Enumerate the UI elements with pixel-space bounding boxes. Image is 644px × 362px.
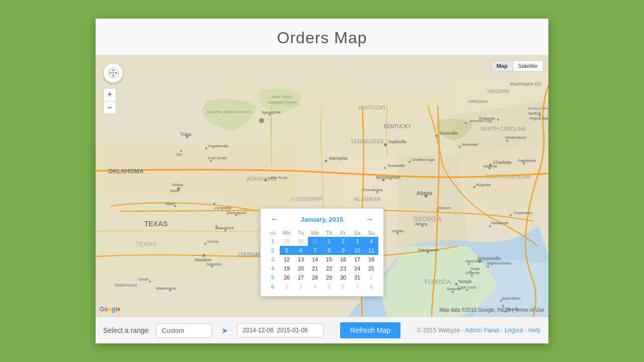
svg-point-41 (205, 147, 207, 149)
calendar-day[interactable]: 3 (350, 237, 364, 246)
calendar-day[interactable]: 4 (364, 237, 378, 246)
svg-point-24 (465, 122, 467, 124)
calendar-day[interactable]: 9 (336, 246, 350, 255)
calendar-day[interactable]: 12 (280, 255, 294, 264)
svg-text:KENTUCKY: KENTUCKY (384, 124, 412, 129)
calendar-day[interactable]: 26 (280, 273, 294, 282)
calendar-day[interactable]: 7 (350, 282, 364, 291)
svg-text:Memphis: Memphis (329, 156, 348, 161)
calendar-day[interactable]: 27 (294, 273, 308, 282)
svg-text:Fayetteville: Fayetteville (208, 144, 229, 148)
map-type-satellite-button[interactable]: Satellite (513, 61, 543, 71)
calendar-week-num: 5 (266, 273, 280, 282)
map-zoom-controls: + − (103, 88, 116, 114)
calendar-day[interactable]: 4 (308, 282, 322, 291)
svg-text:Mark Twain: Mark Twain (272, 95, 292, 99)
zoom-in-button[interactable]: + (103, 88, 116, 101)
cal-header-we: We (308, 229, 322, 237)
svg-text:VIRGINIA: VIRGINIA (468, 99, 488, 104)
svg-text:Charleston: Charleston (513, 211, 533, 215)
calendar-day[interactable]: 21 (308, 264, 322, 273)
svg-marker-142 (109, 71, 111, 74)
svg-marker-140 (112, 69, 115, 71)
calendar-day[interactable]: 7 (308, 246, 322, 255)
calendar-day[interactable]: 20 (294, 264, 308, 273)
calendar-day[interactable]: 29 (280, 237, 294, 246)
calendar-day[interactable]: 2 (280, 282, 294, 291)
calendar-day[interactable]: 6 (294, 246, 308, 255)
calendar-day[interactable]: 11 (364, 246, 378, 255)
calendar-day[interactable]: 6 (336, 282, 350, 291)
help-link[interactable]: Help (528, 327, 541, 334)
svg-text:Boca Raton: Boca Raton (502, 297, 521, 300)
calendar-day[interactable]: 25 (364, 264, 378, 273)
calendar-prev-button[interactable]: ← (268, 214, 282, 225)
calendar-day[interactable]: 17 (350, 255, 364, 264)
calendar-week-num: 1 (266, 237, 280, 246)
svg-text:Fayetteville: Fayetteville (518, 159, 536, 163)
svg-text:Tuscaloosa: Tuscaloosa (362, 188, 383, 192)
calendar-day[interactable]: 16 (336, 255, 350, 264)
calendar-day[interactable]: 10 (350, 246, 364, 255)
calendar-day[interactable]: 24 (350, 264, 364, 273)
calendar-day[interactable]: 19 (280, 264, 294, 273)
svg-point-150 (425, 173, 430, 178)
svg-text:Washington DC: Washington DC (510, 81, 542, 86)
svg-point-20 (384, 143, 387, 146)
calendar-day[interactable]: 5 (322, 282, 336, 291)
calendar-day[interactable]: 1 (322, 237, 336, 246)
svg-text:Springfield: Springfield (262, 110, 281, 115)
cal-header-wk: wk (266, 229, 280, 237)
calendar-day[interactable]: 2 (336, 237, 350, 246)
svg-point-47 (325, 160, 328, 162)
svg-point-77 (502, 305, 504, 307)
svg-point-97 (204, 243, 206, 245)
svg-text:Daytona Beach: Daytona Beach (487, 261, 511, 265)
svg-text:Nashville: Nashville (388, 139, 407, 144)
svg-text:Augusta: Augusta (476, 183, 491, 187)
calendar-day[interactable]: 30 (336, 273, 350, 282)
calendar-day[interactable]: 8 (364, 282, 378, 291)
logout-link[interactable]: Logout (505, 327, 523, 334)
range-select[interactable]: Custom Today This Week This Month Last 3… (156, 323, 212, 338)
calendar-day[interactable]: 18 (364, 255, 378, 264)
calendar-week-num: 2 (266, 246, 280, 255)
map-pan-control[interactable] (103, 63, 123, 83)
calendar-day[interactable]: 28 (308, 273, 322, 282)
svg-text:Tallahassee: Tallahassee (418, 248, 439, 252)
map-type-map-button[interactable]: Map (492, 61, 513, 71)
svg-point-17 (259, 118, 264, 123)
footer-links: © 2015 Webyze - Admin Panel - Logout - H… (417, 327, 541, 334)
svg-point-49 (409, 161, 411, 163)
admin-panel-link[interactable]: Admin Panel (465, 327, 499, 334)
calendar-day[interactable]: 14 (308, 255, 322, 264)
calendar-day[interactable]: 22 (322, 264, 336, 273)
calendar-day[interactable]: 31 (308, 237, 322, 246)
svg-text:Savannah: Savannah (491, 221, 509, 225)
svg-point-111 (180, 150, 182, 152)
svg-text:National Forest: National Forest (268, 100, 296, 105)
svg-point-151 (422, 190, 428, 196)
svg-text:ALABAMA: ALABAMA (354, 196, 381, 202)
svg-marker-141 (112, 75, 115, 77)
calendar-next-button[interactable]: → (362, 214, 376, 225)
calendar-day[interactable]: 31 (350, 273, 364, 282)
calendar-day[interactable]: 29 (322, 273, 336, 282)
svg-point-32 (506, 140, 508, 142)
calendar-day[interactable]: 1 (364, 273, 378, 282)
calendar-day[interactable]: 3 (294, 282, 308, 291)
svg-point-149 (218, 260, 223, 265)
calendar-day[interactable]: 13 (294, 255, 308, 264)
svg-text:Shreveport: Shreveport (226, 211, 247, 215)
calendar-day[interactable]: 23 (336, 264, 350, 273)
date-range-input[interactable] (237, 323, 324, 337)
page-title: Orders Map (96, 19, 548, 55)
zoom-out-button[interactable]: − (103, 101, 116, 114)
calendar-day[interactable]: 15 (322, 255, 336, 264)
calendar-day[interactable]: 8 (322, 246, 336, 255)
svg-text:Longview: Longview (214, 206, 231, 210)
refresh-map-button[interactable]: Refresh Map (340, 322, 400, 338)
calendar-day[interactable]: 5 (280, 246, 294, 255)
calendar-day[interactable]: 30 (294, 237, 308, 246)
svg-text:Gastonia: Gastonia (483, 164, 497, 168)
